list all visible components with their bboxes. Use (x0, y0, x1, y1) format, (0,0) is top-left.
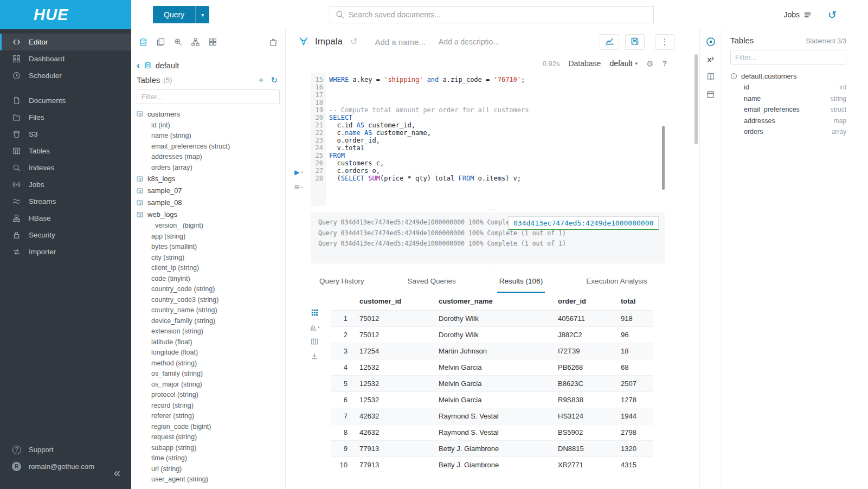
sidebar-item-files[interactable]: Files (0, 109, 131, 126)
settings-gear-icon[interactable]: ⚙ (646, 60, 653, 68)
sidebar-item-documents[interactable]: Documents (0, 92, 131, 109)
back-chevron-icon[interactable]: ‹ (137, 61, 140, 70)
column-item[interactable]: request (string) (137, 432, 280, 443)
column-item[interactable]: user_agent (string) (137, 474, 280, 485)
documents-copy-icon[interactable] (157, 38, 165, 46)
query-history-icon[interactable]: ↺ (828, 10, 837, 20)
chart-view-icon[interactable]: ▾ (310, 323, 320, 331)
databases-icon[interactable] (139, 38, 147, 47)
column-item[interactable]: bytes (smallint) (137, 242, 280, 253)
column-header[interactable]: total (618, 293, 653, 311)
column-header[interactable]: order_id (555, 293, 618, 311)
columns-icon[interactable] (311, 338, 318, 345)
column-header[interactable]: customer_name (435, 293, 555, 311)
table-row[interactable]: 275012Dorothy WilkJ882C296 (331, 327, 653, 343)
sidebar-item-streams[interactable]: Streams (0, 193, 131, 210)
add-table-icon[interactable]: + (258, 75, 263, 85)
help-icon[interactable]: ? (662, 59, 667, 68)
sidebar-item-security[interactable]: Security (0, 227, 131, 243)
table-row[interactable]: 412532Melvin GarciaPB626868 (331, 359, 653, 376)
column-item[interactable]: longitude (float) (137, 348, 280, 358)
table-row[interactable]: 317254Martin JohnsonI72T3918 (331, 343, 653, 359)
assistant-target-icon[interactable] (706, 37, 716, 47)
active-table[interactable]: default.customers (730, 70, 846, 82)
column-item[interactable]: os_family (string) (137, 369, 280, 379)
query-button[interactable]: Query (153, 6, 195, 23)
right-filter-input[interactable] (730, 50, 846, 65)
download-icon[interactable] (311, 352, 318, 360)
panel-scrollbar[interactable] (695, 54, 698, 144)
collapse-sidebar-button[interactable]: « (114, 467, 120, 479)
column-item[interactable]: app (string) (137, 231, 280, 242)
schedule-calendar-icon[interactable] (706, 90, 715, 98)
table-row[interactable]: 977913Betty J. GiambroneDN88151320 (331, 441, 653, 457)
snippet-grid-icon[interactable]: ⊞ (294, 183, 299, 191)
sidebar-item-editor[interactable]: Editor (0, 34, 131, 50)
table-filter-input[interactable] (137, 89, 280, 104)
column-item[interactable]: url (string) (137, 464, 280, 474)
column-item-name[interactable]: namestring (730, 93, 846, 105)
table-row[interactable]: 512532Melvin GarciaB8623C2507 (331, 376, 653, 392)
sidebar-item-s3[interactable]: S3 (0, 126, 131, 143)
search-zoom-icon[interactable] (174, 38, 182, 46)
table-item-sample_07[interactable]: sample_07 (137, 185, 280, 197)
breadcrumb-database[interactable]: default (156, 61, 179, 70)
column-item[interactable]: client_ip (string) (137, 263, 280, 274)
sidebar-item-scheduler[interactable]: Scheduler (0, 67, 131, 84)
editor-scrollbar[interactable] (662, 126, 665, 190)
column-item[interactable]: referer (string) (137, 411, 280, 422)
resize-handle[interactable]: ··· (286, 206, 699, 213)
sidebar-item-importer[interactable]: Importer (0, 243, 131, 260)
table-row[interactable]: 1077913Betty J. GiambroneXR27714315 (331, 457, 653, 473)
run-button[interactable]: ▶ (294, 168, 300, 177)
column-item[interactable]: name (string) (137, 131, 280, 141)
sitemap-icon[interactable] (191, 38, 200, 46)
column-item[interactable]: region_code (bigint) (137, 421, 280, 432)
column-item[interactable]: protocol (string) (137, 390, 280, 401)
chart-button[interactable] (600, 34, 619, 50)
functions-icon[interactable]: x² (708, 56, 714, 63)
table-row[interactable]: 612532Melvin GarciaR9S8381278 (331, 392, 653, 408)
column-item[interactable]: extension (string) (137, 326, 280, 337)
query-id-popup[interactable]: 034d413ec7474ed5:4249de1000000000 (508, 216, 659, 230)
query-name-input[interactable]: Add a name... (375, 37, 425, 47)
database-select[interactable]: default ▾ (609, 59, 638, 68)
code-editor[interactable]: ▶ ▾ ⊞ ▾ 1516171819202122232425262728 WHE… (286, 73, 699, 206)
column-item[interactable]: city (string) (137, 252, 280, 263)
column-item[interactable]: method (string) (137, 358, 280, 369)
chevron-down-icon[interactable]: ▾ (301, 170, 304, 175)
sidebar-item-support[interactable]: ? Support (0, 441, 131, 458)
column-item[interactable]: addresses (map) (137, 152, 280, 163)
tab-execution-analysis[interactable]: Execution Analysis (584, 277, 650, 293)
column-item[interactable]: subapp (string) (137, 442, 280, 453)
column-item[interactable]: os_major (string) (137, 379, 280, 390)
column-item[interactable]: time (string) (137, 453, 280, 464)
column-item[interactable]: record (string) (137, 400, 280, 411)
sidebar-item-user[interactable]: R romain@gethue.com (0, 458, 131, 475)
language-reference-book-icon[interactable] (706, 72, 715, 81)
search-input[interactable] (349, 10, 648, 19)
sidebar-item-hbase[interactable]: HBase (0, 210, 131, 227)
column-item[interactable]: id (int) (137, 120, 280, 131)
resize-handle[interactable]: ··· (286, 263, 699, 270)
column-item-email_preferences[interactable]: email_preferencesstruct (730, 104, 846, 115)
column-item[interactable]: latitude (float) (137, 337, 280, 348)
column-item[interactable]: email_preferences (struct) (137, 141, 280, 152)
column-header[interactable]: customer_id (356, 293, 435, 311)
sidebar-item-jobs[interactable]: Jobs (0, 176, 131, 193)
table-row[interactable]: 842632Raymond S. VestalBS59022798 (331, 424, 653, 441)
table-row[interactable]: 175012Dorothy Wilk4056711918 (331, 311, 653, 327)
more-options-button[interactable]: ⋮ (655, 34, 674, 50)
hue-logo[interactable]: HUE (0, 0, 131, 29)
column-item[interactable]: _version_ (bigint) (137, 221, 280, 231)
column-item-orders[interactable]: ordersarray (730, 126, 846, 138)
sidebar-item-dashboard[interactable]: Dashboard (0, 50, 131, 67)
save-button[interactable] (625, 34, 645, 50)
column-item[interactable]: country_name (string) (137, 305, 280, 316)
table-item-sample_08[interactable]: sample_08 (137, 197, 280, 209)
query-dropdown-button[interactable]: ▾ (195, 6, 209, 23)
table-item-customers[interactable]: customers (137, 108, 280, 120)
column-item[interactable]: code (tinyint) (137, 273, 280, 284)
refresh-icon[interactable]: ↻ (271, 76, 278, 84)
column-item-id[interactable]: idint (730, 82, 846, 93)
